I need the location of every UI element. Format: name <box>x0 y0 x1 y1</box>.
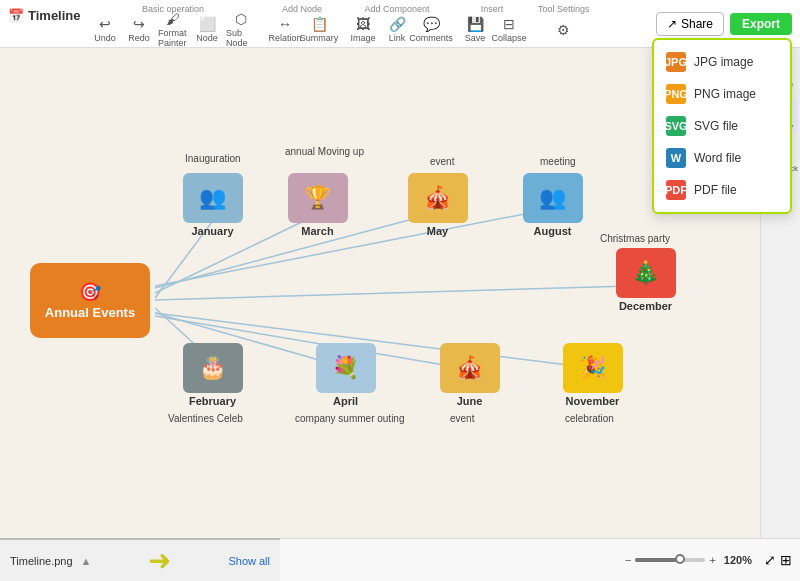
may-img: 🎪 <box>408 173 468 223</box>
august-label: August <box>534 225 572 237</box>
download-filename: Timeline.png <box>10 555 73 567</box>
format-painter-button[interactable]: 🖌Format Painter <box>158 16 188 44</box>
png-icon: PNG <box>666 84 686 104</box>
export-jpg[interactable]: JPG JPG image <box>654 46 790 78</box>
december-img: 🎄 <box>616 248 676 298</box>
november-img: 🎉 <box>563 343 623 393</box>
node-january[interactable]: 👥 January <box>175 173 250 237</box>
december-label: December <box>619 300 672 312</box>
april-annotation: company summer outing <box>295 413 405 424</box>
link-button[interactable]: 🔗Link <box>382 16 412 44</box>
march-label: March <box>301 225 333 237</box>
expand-icon[interactable]: ⊞ <box>780 552 792 568</box>
redo-button[interactable]: ↪Redo <box>124 16 154 44</box>
share-icon: ↗ <box>667 17 677 31</box>
svg-line-4 <box>155 286 630 300</box>
node-february[interactable]: 🎂 February <box>175 343 250 407</box>
node-august[interactable]: 👥 August <box>515 173 590 237</box>
june-img: 🎪 <box>440 343 500 393</box>
february-annotation: Valentines Celeb <box>168 413 243 424</box>
svg-icon: SVG <box>666 116 686 136</box>
bottom-right-icons: ⤢ ⊞ <box>764 552 792 568</box>
august-img: 👥 <box>523 173 583 223</box>
share-button[interactable]: ↗ Share <box>656 12 724 36</box>
node-december[interactable]: 🎄 December <box>608 248 683 312</box>
february-label: February <box>189 395 236 407</box>
node-june[interactable]: 🎪 June <box>432 343 507 407</box>
download-bar: Timeline.png ▲ ➜ Show all <box>0 538 280 581</box>
central-node-label: Annual Events <box>45 305 135 320</box>
zoom-controls: − + 120% <box>625 554 752 566</box>
node-april[interactable]: 💐 April <box>308 343 383 407</box>
august-annotation: meeting <box>540 156 576 167</box>
comments-button[interactable]: 💬Comments <box>416 16 446 44</box>
image-button[interactable]: 🖼Image <box>348 16 378 44</box>
may-annotation: event <box>430 156 454 167</box>
april-img: 💐 <box>316 343 376 393</box>
node-may[interactable]: 🎪 May <box>400 173 475 237</box>
fullscreen-icon[interactable]: ⤢ <box>764 552 776 568</box>
central-node[interactable]: 🎯 Annual Events <box>30 263 150 338</box>
node-march[interactable]: 🏆 March <box>280 173 355 237</box>
app-title: 📅 Timeline <box>8 8 81 23</box>
export-word[interactable]: W Word file <box>654 142 790 174</box>
export-png[interactable]: PNG PNG image <box>654 78 790 110</box>
central-node-emoji: 🎯 <box>79 281 101 303</box>
november-annotation: celebration <box>565 413 614 424</box>
january-img: 👥 <box>183 173 243 223</box>
toolbar-group-label-addnode: Add Node <box>282 4 322 14</box>
march-img: 🏆 <box>288 173 348 223</box>
undo-button[interactable]: ↩Undo <box>90 16 120 44</box>
node-button[interactable]: ⬜Node <box>192 16 222 44</box>
june-annotation: event <box>450 413 474 424</box>
show-all-button[interactable]: Show all <box>228 555 270 567</box>
november-label: November <box>566 395 620 407</box>
relation-button[interactable]: ↔Relation <box>270 16 300 44</box>
export-button[interactable]: Export <box>730 13 792 35</box>
zoom-slider[interactable] <box>635 558 705 562</box>
save-button[interactable]: 💾Save <box>460 16 490 44</box>
february-img: 🎂 <box>183 343 243 393</box>
export-pdf[interactable]: PDF PDF file <box>654 174 790 206</box>
download-arrow-icon: ➜ <box>148 547 171 575</box>
download-chevron-icon: ▲ <box>81 555 92 567</box>
zoom-level: 120% <box>724 554 752 566</box>
collapse-button[interactable]: ⊟Collapse <box>494 16 524 44</box>
tool-settings-button[interactable]: ⚙ <box>549 16 579 44</box>
march-annotation: annual Moving up <box>285 146 364 157</box>
summary-button[interactable]: 📋Summary <box>304 16 334 44</box>
january-annotation: Inauguration <box>185 153 241 164</box>
may-label: May <box>427 225 448 237</box>
export-svg[interactable]: SVG SVG file <box>654 110 790 142</box>
april-label: April <box>333 395 358 407</box>
toolbar-group-label-toolsettings: Tool Settings <box>538 4 590 14</box>
word-icon: W <box>666 148 686 168</box>
december-annotation: Christmas party <box>600 233 670 244</box>
june-label: June <box>457 395 483 407</box>
toolbar-group-label-addcomponent: Add Component <box>364 4 429 14</box>
january-label: January <box>191 225 233 237</box>
sub-node-button[interactable]: ⬡Sub Node <box>226 16 256 44</box>
pdf-icon: PDF <box>666 180 686 200</box>
jpg-icon: JPG <box>666 52 686 72</box>
export-dropdown: JPG JPG image PNG PNG image SVG SVG file… <box>652 38 792 214</box>
zoom-handle[interactable] <box>675 554 685 564</box>
node-november[interactable]: 🎉 November <box>555 343 630 407</box>
toolbar-group-label-insert: Insert <box>481 4 504 14</box>
